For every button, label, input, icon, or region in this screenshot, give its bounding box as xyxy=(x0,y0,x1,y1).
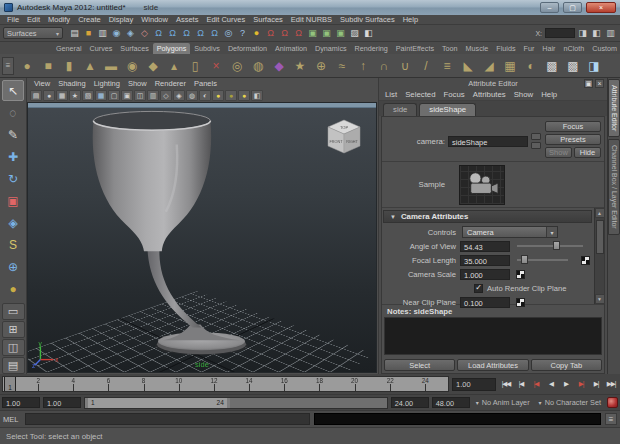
subdiv-proxy-icon[interactable]: ◆ xyxy=(269,56,289,76)
shelf-tab[interactable]: Toon xyxy=(438,43,462,54)
menu-item[interactable]: Edit Curves xyxy=(202,15,249,24)
camera-scale-field[interactable]: 1.000 xyxy=(460,269,510,280)
viewport-canvas[interactable]: TOP FRONT RIGHT y x z side xyxy=(27,102,377,373)
scroll-up-icon[interactable]: ▲ xyxy=(595,208,605,218)
focal-length-field[interactable]: 35.000 xyxy=(460,255,510,266)
default-light-icon[interactable]: ● xyxy=(212,90,224,101)
poly-pyramid-icon[interactable]: ▴ xyxy=(164,56,184,76)
snap-curve-icon[interactable]: Ω xyxy=(166,27,179,40)
render-view-icon[interactable]: ▣ xyxy=(306,27,319,40)
smooth-icon[interactable]: ≈ xyxy=(332,56,352,76)
mel-label[interactable]: MEL xyxy=(3,415,21,424)
mirror-cut-icon[interactable]: × xyxy=(206,56,226,76)
save-scene-icon[interactable]: ▥ xyxy=(96,27,109,40)
time-slider-bar[interactable]: 1 2 4 6 8 10 xyxy=(2,376,449,392)
play-forward-button[interactable]: ▶ xyxy=(559,377,573,391)
shelf-tab[interactable]: Hair xyxy=(538,43,559,54)
attributes-scrollbar[interactable]: ▲ ▼ xyxy=(594,208,604,304)
crease-icon[interactable]: ◢ xyxy=(479,56,499,76)
rotate-tool[interactable]: ↻ xyxy=(2,168,24,189)
copy-tab-button[interactable]: Copy Tab xyxy=(531,359,602,371)
image-plane-icon[interactable]: ▧ xyxy=(82,90,94,101)
node-tab[interactable]: side xyxy=(383,103,417,116)
new-scene-icon[interactable]: ▤ xyxy=(68,27,81,40)
xray-mode-icon[interactable]: ◧ xyxy=(251,90,263,101)
wireframe-mode-icon[interactable]: ◍ xyxy=(186,90,198,101)
select-component-icon[interactable]: ◇ xyxy=(138,27,151,40)
split-polygon-icon[interactable]: / xyxy=(416,56,436,76)
snap-point-icon[interactable]: Ω xyxy=(180,27,193,40)
select-object-icon[interactable]: ◈ xyxy=(124,27,137,40)
panel-menu-item[interactable]: Renderer xyxy=(151,79,190,88)
lock-camera-icon[interactable]: ● xyxy=(43,90,55,101)
universal-manipulator-tool[interactable]: ◈ xyxy=(2,212,24,233)
angle-of-view-slider[interactable] xyxy=(517,245,583,247)
menu-item[interactable]: Create xyxy=(74,15,105,24)
lock-icon[interactable]: ● xyxy=(250,27,263,40)
shelf-menu-button[interactable]: ≡ xyxy=(2,57,14,75)
poly-torus-icon[interactable]: ◉ xyxy=(122,56,142,76)
camera-attributes-section[interactable]: ▼ Camera Attributes xyxy=(383,210,592,223)
bookmarks-icon[interactable]: ★ xyxy=(69,90,81,101)
safe-action-icon[interactable]: ◇ xyxy=(160,90,172,101)
hide-button[interactable]: Hide xyxy=(574,147,601,158)
close-button[interactable]: × xyxy=(586,2,616,13)
attribute-editor-menu-item[interactable]: Attributes xyxy=(469,90,510,99)
attribute-editor-menu-item[interactable]: Help xyxy=(537,90,561,99)
tab-attribute-editor[interactable]: Attribute Editor xyxy=(608,79,620,137)
poly-cone-icon[interactable]: ▲ xyxy=(80,56,100,76)
snap-view-icon[interactable]: Ω xyxy=(208,27,221,40)
camera-name-field[interactable]: sideShape xyxy=(448,136,528,147)
slider-handle[interactable] xyxy=(553,241,560,250)
uv-editor-icon[interactable]: ◨ xyxy=(584,56,604,76)
poly-pipe-icon[interactable]: ▯ xyxy=(185,56,205,76)
ambient-light-icon[interactable]: ● xyxy=(225,90,237,101)
shelf-tab[interactable]: Fur xyxy=(520,43,539,54)
angle-of-view-field[interactable]: 54.43 xyxy=(460,241,510,252)
menu-item[interactable]: Edit xyxy=(23,15,44,24)
camera-menu-button[interactable] xyxy=(531,133,541,140)
attribute-editor-menu-item[interactable]: Show xyxy=(510,90,538,99)
range-start-handle[interactable]: 1 xyxy=(91,399,95,406)
shelf-tab[interactable]: PaintEffects xyxy=(392,43,438,54)
select-tool[interactable]: ↖ xyxy=(2,80,24,101)
output-connections-icon[interactable]: Ω xyxy=(278,27,291,40)
shelf-tab[interactable]: Animation xyxy=(271,43,311,54)
checker-map-icon[interactable]: ▩ xyxy=(563,56,583,76)
current-time-field[interactable]: 1.00 xyxy=(452,378,496,391)
range-end-handle[interactable]: 24 xyxy=(217,399,224,406)
animation-end-field[interactable]: 48.00 xyxy=(432,397,470,408)
controls-dropdown[interactable]: Camera ▾ xyxy=(462,226,558,238)
play-backward-button[interactable]: ◀ xyxy=(544,377,558,391)
character-set-dropdown[interactable]: ▾ No Character Set xyxy=(536,398,604,407)
menu-item[interactable]: Edit NURBS xyxy=(287,15,336,24)
attribute-editor-menu-item[interactable]: Selected xyxy=(401,90,439,99)
attribute-editor-menu-item[interactable]: Focus xyxy=(439,90,468,99)
move-tool[interactable]: ✚ xyxy=(2,146,24,167)
merge-vertices-icon[interactable]: ∪ xyxy=(395,56,415,76)
poly-plane-icon[interactable]: ▬ xyxy=(101,56,121,76)
attribute-editor-menu-item[interactable]: List xyxy=(381,90,401,99)
auto-render-clip-plane-checkbox[interactable]: ✓ xyxy=(474,284,483,293)
four-pane-layout-button[interactable]: ⊞ xyxy=(2,321,25,338)
step-forward-key-button[interactable]: ▶| xyxy=(574,377,588,391)
tool-settings-toggle-icon[interactable]: ◧ xyxy=(590,27,603,40)
texture-map-button[interactable] xyxy=(516,298,525,307)
snap-plane-icon[interactable]: Ω xyxy=(194,27,207,40)
snap-grid-icon[interactable]: Ω xyxy=(152,27,165,40)
playback-end-field[interactable]: 24.00 xyxy=(391,397,429,408)
menu-item[interactable]: Modify xyxy=(44,15,74,24)
shelf-tab[interactable]: Deformation xyxy=(224,43,271,54)
grid-toggle-icon[interactable]: ▦ xyxy=(95,90,107,101)
menu-item[interactable]: Subdiv Surfaces xyxy=(336,15,399,24)
mel-output[interactable] xyxy=(314,413,601,425)
close-icon[interactable]: × xyxy=(595,79,604,88)
field-chart-icon[interactable]: ▥ xyxy=(147,90,159,101)
step-forward-frame-button[interactable]: ▶| xyxy=(589,377,603,391)
checker-map-icon[interactable]: ▩ xyxy=(542,56,562,76)
paint-select-tool[interactable]: ✎ xyxy=(2,124,24,145)
camera-swap-button[interactable] xyxy=(531,142,541,149)
step-back-frame-button[interactable]: |◀ xyxy=(514,377,528,391)
shelf-tab[interactable]: Custom xyxy=(588,43,620,54)
shelf-tab[interactable]: Surfaces xyxy=(116,43,152,54)
